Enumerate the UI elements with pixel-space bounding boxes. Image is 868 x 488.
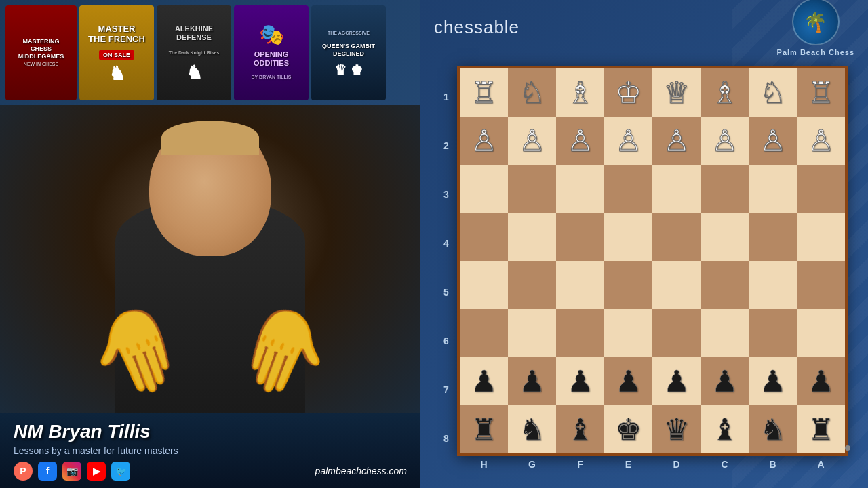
square-a5[interactable] (460, 261, 508, 309)
file-label-f: F (556, 459, 604, 470)
chess-board-wrapper: 1 2 3 4 5 6 7 8 ♖ ♘ ♗ ♔ ♕ ♗ (441, 66, 848, 470)
rank-label-1: 1 (441, 92, 452, 102)
rank-label-6: 6 (441, 336, 452, 346)
square-a1[interactable]: ♖ (460, 68, 508, 117)
right-hand-icon: 🤚 (217, 290, 345, 413)
square-h6[interactable] (797, 309, 845, 357)
square-d7[interactable]: ♟ (604, 357, 652, 405)
right-panel: chessable 🌴 Palm Beach Chess 1 2 3 4 5 6… (420, 0, 868, 488)
book-thumb-4[interactable]: 🎭 OPENINGODDITIES BY BRYAN TILLIS (234, 5, 309, 100)
book-thumb-2[interactable]: MASTERTHE FRENCH ON SALE ♞ (79, 5, 154, 100)
patreon-icon[interactable]: P (14, 462, 33, 481)
square-b4[interactable] (508, 213, 556, 261)
square-b1[interactable]: ♘ (508, 68, 556, 117)
square-d6[interactable] (604, 309, 652, 357)
file-label-b: B (749, 459, 797, 470)
square-b3[interactable] (508, 165, 556, 213)
rank-label-4: 4 (441, 238, 452, 249)
square-d8[interactable]: ♚ (604, 405, 652, 453)
file-label-d: D (652, 459, 701, 470)
palm-beach-circle: 🌴 (792, 0, 840, 45)
rank-label-3: 3 (441, 189, 452, 200)
square-c5[interactable] (556, 261, 604, 309)
rank-label-8: 8 (441, 433, 452, 444)
square-f1[interactable]: ♗ (701, 68, 749, 117)
square-a4[interactable] (460, 213, 508, 261)
square-e8[interactable]: ♛ (652, 405, 701, 453)
square-c6[interactable] (556, 309, 604, 357)
square-h5[interactable] (797, 261, 845, 309)
square-d2[interactable]: ♙ (604, 117, 652, 165)
square-d3[interactable] (604, 165, 652, 213)
square-h7[interactable]: ♟ (797, 357, 845, 405)
square-g7[interactable]: ♟ (749, 357, 797, 405)
person-hair (161, 121, 259, 155)
rank-label-5: 5 (441, 287, 452, 298)
square-a6[interactable] (460, 309, 508, 357)
file-label-h: H (460, 459, 508, 470)
square-h3[interactable] (797, 165, 845, 213)
square-f4[interactable] (701, 213, 749, 261)
square-e3[interactable] (652, 165, 701, 213)
square-e2[interactable]: ♙ (652, 117, 701, 165)
book-thumb-1[interactable]: MASTERINGCHESSMIDDLEGAMESNEW IN CHESS (5, 5, 77, 100)
square-c2[interactable]: ♙ (556, 117, 604, 165)
book-thumb-5[interactable]: THE AGGRESSIVE QUEEN'S GAMBITDECLINED ♛ … (311, 5, 386, 100)
presenter-name: NM Bryan Tillis (14, 421, 407, 443)
square-b7[interactable]: ♟ (508, 357, 556, 405)
square-c7[interactable]: ♟ (556, 357, 604, 405)
file-labels: H G F E D C B A (457, 459, 848, 470)
presenter-tagline: Lessons by a master for future masters (14, 445, 407, 456)
square-b8[interactable]: ♞ (508, 405, 556, 453)
square-f6[interactable] (701, 309, 749, 357)
webcam-area: 🤚 🤚 (0, 105, 420, 413)
twitter-icon[interactable]: 🐦 (111, 462, 130, 481)
square-c8[interactable]: ♝ (556, 405, 604, 453)
facebook-icon[interactable]: f (38, 462, 57, 481)
social-row: P f 📷 ▶ 🐦 palmbeachchess.com (14, 462, 407, 481)
file-label-e: E (604, 459, 652, 470)
square-c3[interactable] (556, 165, 604, 213)
square-e4[interactable] (652, 213, 701, 261)
square-f8[interactable]: ♝ (701, 405, 749, 453)
square-h4[interactable] (797, 213, 845, 261)
books-row: MASTERINGCHESSMIDDLEGAMESNEW IN CHESS MA… (0, 0, 420, 105)
youtube-icon[interactable]: ▶ (87, 462, 106, 481)
square-h2[interactable]: ♙ (797, 117, 845, 165)
square-e5[interactable] (652, 261, 701, 309)
square-e6[interactable] (652, 309, 701, 357)
square-f7[interactable]: ♟ (701, 357, 749, 405)
square-g8[interactable]: ♞ (749, 405, 797, 453)
square-d5[interactable] (604, 261, 652, 309)
square-b5[interactable] (508, 261, 556, 309)
square-e1[interactable]: ♕ (652, 68, 701, 117)
palm-beach-text: Palm Beach Chess (777, 48, 854, 56)
square-f5[interactable] (701, 261, 749, 309)
square-g4[interactable] (749, 213, 797, 261)
square-a2[interactable]: ♙ (460, 117, 508, 165)
chess-board[interactable]: ♖ ♘ ♗ ♔ ♕ ♗ ♘ ♖ ♙ ♙ ♙ ♙ ♙ ♙ ♙ ♙ (457, 66, 848, 456)
square-f3[interactable] (701, 165, 749, 213)
square-f2[interactable]: ♙ (701, 117, 749, 165)
square-d1[interactable]: ♔ (604, 68, 652, 117)
square-g2[interactable]: ♙ (749, 117, 797, 165)
left-hand-icon: 🤚 (75, 290, 203, 413)
instagram-icon[interactable]: 📷 (62, 462, 81, 481)
square-g3[interactable] (749, 165, 797, 213)
square-b2[interactable]: ♙ (508, 117, 556, 165)
square-h1[interactable]: ♖ (797, 68, 845, 117)
square-a8[interactable]: ♜ (460, 405, 508, 453)
square-g1[interactable]: ♘ (749, 68, 797, 117)
square-g6[interactable] (749, 309, 797, 357)
book-thumb-3[interactable]: ALEKHINEDEFENSE The Dark Knight Rises ♞ (157, 5, 231, 100)
square-g5[interactable] (749, 261, 797, 309)
square-c1[interactable]: ♗ (556, 68, 604, 117)
square-a3[interactable] (460, 165, 508, 213)
left-panel: MASTERINGCHESSMIDDLEGAMESNEW IN CHESS MA… (0, 0, 420, 488)
square-h8[interactable]: ♜ (797, 405, 845, 453)
square-c4[interactable] (556, 213, 604, 261)
square-d4[interactable] (604, 213, 652, 261)
square-e7[interactable]: ♟ (652, 357, 701, 405)
square-b6[interactable] (508, 309, 556, 357)
square-a7[interactable]: ♟ (460, 357, 508, 405)
